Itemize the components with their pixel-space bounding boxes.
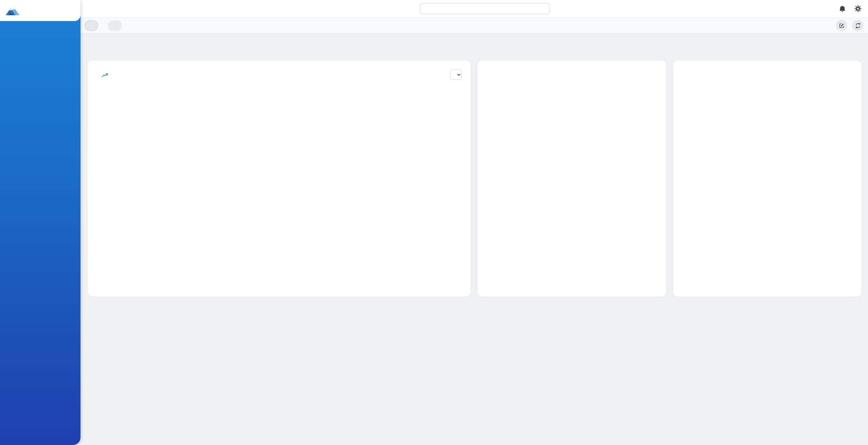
search-input[interactable] (420, 3, 549, 14)
main-content (80, 34, 868, 445)
trend-up-icon (102, 73, 108, 78)
gear-icon[interactable] (854, 5, 862, 13)
charts-row (88, 60, 862, 297)
add-layout-button[interactable] (108, 20, 122, 31)
kpis-heading (88, 34, 862, 41)
edit-layout-button[interactable] (836, 20, 847, 31)
layout-toolbar (80, 17, 868, 34)
project-trend-subtitle (96, 73, 462, 78)
project-trend-card (88, 60, 471, 297)
top-header (80, 0, 868, 17)
team-distribution-card (673, 60, 862, 297)
mountain-logo-icon (5, 5, 20, 16)
header-icons (838, 0, 862, 17)
sidebar-nav (0, 21, 80, 31)
edit-pencil-icon (838, 22, 845, 29)
brand-panel (0, 0, 80, 21)
sidebar (0, 0, 80, 445)
refresh-icon (855, 22, 861, 29)
refresh-button[interactable] (852, 20, 864, 31)
bell-icon[interactable] (838, 5, 846, 13)
range-select[interactable] (450, 70, 462, 80)
layout-chip-default[interactable] (85, 20, 98, 31)
sales-by-region-card (477, 60, 666, 297)
